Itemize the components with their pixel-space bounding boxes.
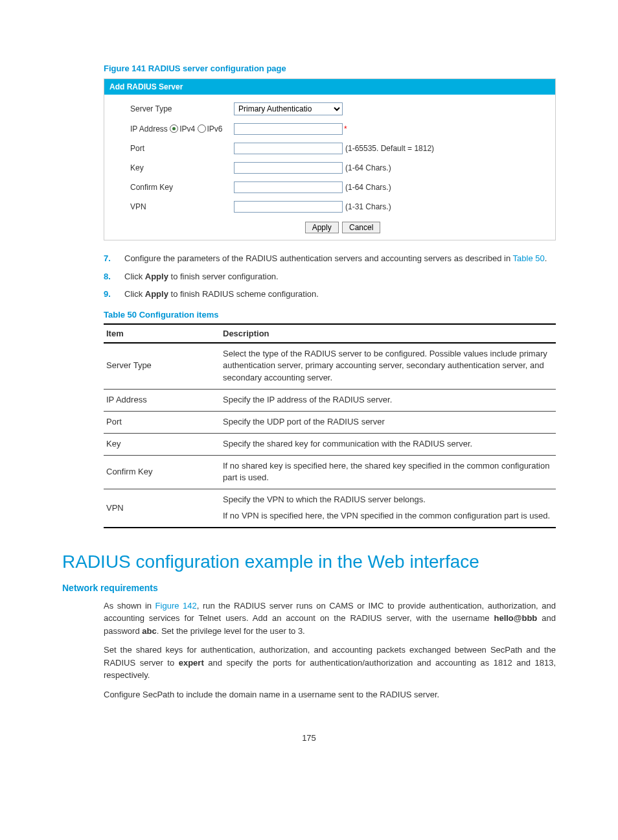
table-row: IP Address Specify the IP address of the… bbox=[104, 390, 556, 412]
step-7: 7. Configure the parameters of the RADIU… bbox=[104, 252, 556, 265]
key-hint: (1-64 Chars.) bbox=[344, 163, 391, 172]
step-9: 9. Click Apply to finish RADIUS scheme c… bbox=[104, 288, 556, 301]
table-row: Port Specify the UDP port of the RADIUS … bbox=[104, 411, 556, 433]
section-heading: RADIUS configuration example in the Web … bbox=[62, 552, 556, 572]
cancel-button[interactable]: Cancel bbox=[342, 222, 380, 233]
paragraph-3: Configure SecPath to include the domain … bbox=[104, 688, 556, 701]
page-number: 175 bbox=[62, 733, 556, 743]
add-radius-panel: Add RADIUS Server Server Type Primary Au… bbox=[104, 78, 556, 240]
server-type-select[interactable]: Primary Authenticatio bbox=[234, 102, 343, 115]
step-8: 8. Click Apply to finish server configur… bbox=[104, 270, 556, 283]
vpn-input[interactable] bbox=[234, 201, 343, 213]
ipv6-label: IPv6 bbox=[207, 124, 223, 134]
confirm-key-hint: (1-64 Chars.) bbox=[344, 183, 391, 192]
config-items-table: Item Description Server Type Select the … bbox=[104, 323, 556, 528]
confirm-key-label: Confirm Key bbox=[130, 183, 234, 192]
table-row: VPN Specify the VPN to which the RADIUS … bbox=[104, 489, 556, 528]
th-description: Description bbox=[220, 324, 556, 343]
confirm-key-input[interactable] bbox=[234, 181, 343, 193]
ip-address-label: IP Address bbox=[130, 124, 168, 134]
paragraph-2: Set the shared keys for authentication, … bbox=[104, 644, 556, 682]
key-label: Key bbox=[130, 163, 234, 172]
ipv6-radio[interactable] bbox=[198, 124, 206, 133]
table-caption: Table 50 Configuration items bbox=[62, 310, 556, 320]
apply-button[interactable]: Apply bbox=[305, 222, 339, 233]
figure-142-link[interactable]: Figure 142 bbox=[155, 601, 197, 611]
figure-caption: Figure 141 RADIUS server configuration p… bbox=[62, 64, 556, 73]
ipv4-label: IPv4 bbox=[179, 124, 195, 134]
sub-heading: Network requirements bbox=[62, 583, 556, 593]
table-row: Confirm Key If no shared key is specifie… bbox=[104, 455, 556, 489]
paragraph-1: As shown in Figure 142, run the RADIUS s… bbox=[104, 600, 556, 638]
vpn-label: VPN bbox=[130, 202, 234, 211]
ipv4-radio[interactable] bbox=[170, 124, 178, 133]
vpn-hint: (1-31 Chars.) bbox=[344, 202, 391, 211]
steps-list: 7. Configure the parameters of the RADIU… bbox=[104, 252, 556, 301]
port-hint: (1-65535. Default = 1812) bbox=[344, 144, 434, 153]
th-item: Item bbox=[104, 324, 220, 343]
required-indicator: * bbox=[344, 124, 347, 134]
key-input[interactable] bbox=[234, 162, 343, 174]
table-row: Key Specify the shared key for communica… bbox=[104, 433, 556, 455]
panel-title: Add RADIUS Server bbox=[104, 79, 555, 95]
table-row: Server Type Select the type of the RADIU… bbox=[104, 343, 556, 390]
server-type-label: Server Type bbox=[130, 104, 234, 113]
table-50-link[interactable]: Table 50 bbox=[513, 253, 545, 263]
port-input[interactable] bbox=[234, 143, 343, 154]
port-label: Port bbox=[130, 144, 234, 153]
ip-address-input[interactable] bbox=[234, 123, 343, 135]
